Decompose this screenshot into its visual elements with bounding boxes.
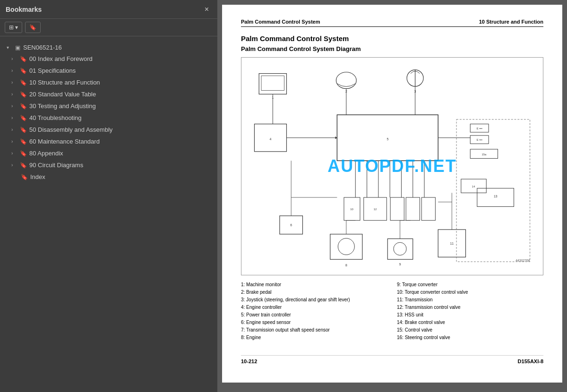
sidebar-item-00[interactable]: › 🔖 00 Index and Foreword [4,53,214,65]
svg-text:13: 13 [494,195,498,198]
svg-text:E ▪▪▪: E ▪▪▪ [477,127,482,130]
sidebar-header: Bookmarks × [0,0,217,19]
svg-rect-35 [406,197,420,221]
bookmark-icon-00: 🔖 [20,56,26,62]
svg-point-46 [394,242,406,255]
expand-grid-icon: ⊞ [9,24,14,31]
legend-item-10: 10: Torque converter control valve [397,289,543,296]
legend-item-12: 12: Transmission control valve [397,304,543,311]
expand-all-button[interactable]: ⊞ ▾ [5,22,22,33]
sidebar-item-index[interactable]: 🔖 Index [4,171,214,183]
chevron-icon-40: › [11,115,17,120]
doc-footer: 10-212 D155AXI-8 [241,355,543,364]
doc-header-right: 10 Structure and Function [479,19,543,25]
bookmark-view-button[interactable]: 🔖 [25,22,41,33]
chevron-icon-50: › [11,127,17,132]
item-label-30: 30 Testing and Adjusting [29,102,96,110]
svg-rect-34 [390,197,404,221]
svg-text:5: 5 [387,137,388,141]
legend-item-9: 9: Torque converter [397,281,543,288]
bookmark-icon-10: 🔖 [20,79,26,86]
bookmark-icon-20: 🔖 [20,91,26,98]
item-label-00: 00 Index and Foreword [29,55,93,62]
legend-item-6: 6: Engine speed sensor [241,319,387,326]
legend-item-4: 4: Engine controller [241,304,387,311]
bookmark-icon-80: 🔖 [20,150,26,157]
root-chevron-icon: ▾ [7,45,12,50]
sidebar-item-90[interactable]: › 🔖 90 Circuit Diagrams [4,159,214,171]
diagram-container: 1 2 3 4 5 [241,57,543,275]
svg-text:10: 10 [350,208,353,211]
chevron-icon-80: › [11,151,17,156]
root-label: SEN06521-16 [23,44,62,51]
sidebar-item-50[interactable]: › 🔖 50 Disassembly and Assembly [4,124,214,136]
item-label-index: Index [30,173,45,180]
svg-rect-45 [387,239,412,260]
svg-rect-42 [330,234,362,259]
page-document: Palm Command Control System 10 Structure… [222,5,562,383]
svg-text:12: 12 [374,208,377,211]
close-button[interactable]: × [202,4,212,15]
item-label-20: 20 Standard Value Table [29,91,96,98]
legend-item-5: 5: Power train controller [241,311,387,318]
item-label-10: 10 Structure and Function [29,79,100,86]
bookmark-icon-index: 🔖 [21,174,27,180]
svg-point-43 [338,239,354,255]
legend-item-14: 14: Brake control valve [397,319,543,326]
chevron-icon-90: › [11,162,17,168]
sidebar-item-30[interactable]: › 🔖 30 Testing and Adjusting [4,100,214,112]
diagram-svg: 1 2 3 4 5 [245,61,539,269]
sidebar-item-80[interactable]: › 🔖 80 Appendix [4,147,214,159]
tree-root: ▾ ▣ SEN06521-16 › 🔖 00 Index and Forewor… [0,40,217,185]
svg-rect-59 [456,119,530,262]
tree-root-item[interactable]: ▾ ▣ SEN06521-16 [4,42,214,53]
legend-item-13: 13: HSS unit [397,311,543,318]
legend-item-7: 7: Transmission output shaft speed senso… [241,326,387,333]
bookmark-icon-50: 🔖 [20,127,26,133]
svg-point-3 [336,72,356,89]
sidebar-toolbar: ⊞ ▾ 🔖 [0,19,217,36]
chevron-icon-20: › [11,92,17,97]
sidebar-item-60[interactable]: › 🔖 60 Maintenance Standard [4,136,214,147]
sidebar-title: Bookmarks [6,6,42,13]
svg-text:4: 4 [270,137,272,141]
svg-text:11: 11 [450,242,454,245]
doc-main-title: Palm Command Control System [241,34,543,43]
expand-chevron: ▾ [15,24,18,31]
footer-model: D155AXI-8 [518,358,543,364]
chevron-icon-60: › [11,139,17,144]
legend-item-2: 2: Brake pedal [241,289,387,296]
legend-item-15: 15: Control valve [397,326,543,333]
footer-page: 10-212 [241,358,257,364]
item-label-50: 50 Disassembly and Assembly [29,126,112,133]
svg-rect-36 [421,197,435,221]
legend-item-1: 1: Machine monitor [241,281,387,288]
doc-header-left: Palm Command Control System [241,19,320,25]
item-label-01: 01 Specifications [29,67,76,74]
svg-text:14: 14 [472,185,475,188]
sidebar-item-01[interactable]: › 🔖 01 Specifications [4,65,214,77]
sidebar-item-40[interactable]: › 🔖 40 Troubleshooting [4,112,214,124]
bookmark-icon-01: 🔖 [20,68,26,74]
legend-item-3: 3: Joystick (steering, directional and g… [241,296,387,303]
svg-text:6: 6 [290,223,292,227]
item-label-80: 80 Appendix [29,150,63,157]
main-content: Palm Command Control System 10 Structure… [217,0,567,392]
legend-item-16: 16: Steering control valve [397,334,543,341]
bookmark-icon-90: 🔖 [20,162,26,169]
legend-grid: 1: Machine monitor 9: Torque converter 2… [241,281,543,341]
doc-sub-title: Palm Command Control System Diagram [241,45,543,52]
svg-text:8: 8 [345,264,347,267]
sidebar-item-10[interactable]: › 🔖 10 Structure and Function [4,77,214,88]
sidebar-content: ▾ ▣ SEN06521-16 › 🔖 00 Index and Forewor… [0,36,217,392]
root-folder-icon: ▣ [15,44,20,51]
sidebar: Bookmarks × ⊞ ▾ 🔖 ▾ ▣ SEN06521-16 › 🔖 0 [0,0,217,392]
svg-text:E ▪▪▪: E ▪▪▪ [477,138,482,141]
item-label-90: 90 Circuit Diagrams [29,162,83,169]
chevron-icon-01: › [11,68,17,73]
tree-children: › 🔖 00 Index and Foreword › 🔖 01 Specifi… [4,53,214,183]
chevron-icon-10: › [11,80,17,85]
item-label-40: 40 Troubleshooting [29,114,82,121]
bookmark-icon-30: 🔖 [20,103,26,110]
sidebar-item-20[interactable]: › 🔖 20 Standard Value Table [4,88,214,100]
